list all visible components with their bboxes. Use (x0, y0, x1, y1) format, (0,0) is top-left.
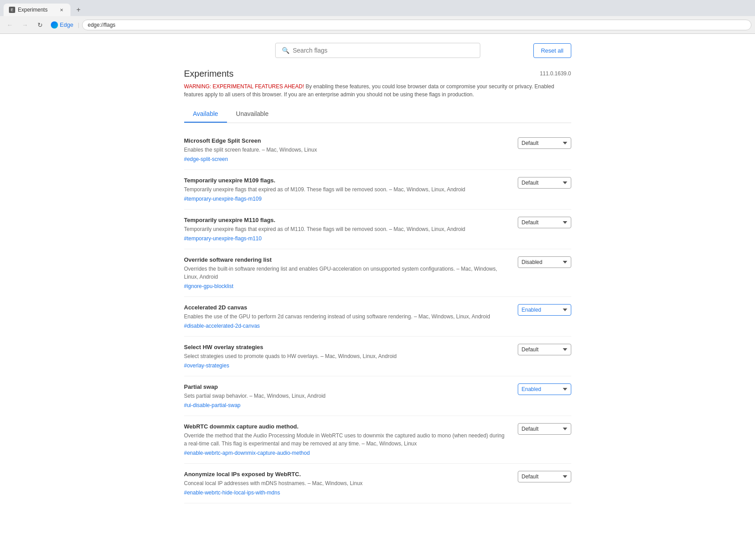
flag-anchor[interactable]: #enable-webrtc-hide-local-ips-with-mdns (184, 490, 280, 496)
flag-description: Override the method that the Audio Proce… (184, 432, 509, 448)
flag-select[interactable]: DefaultEnabledDisabled (518, 137, 571, 149)
flag-info: Temporarily unexpire M110 flags. Tempora… (184, 217, 509, 242)
flag-item: WebRTC downmix capture audio method. Ove… (184, 416, 571, 464)
flag-info: Accelerated 2D canvas Enables the use of… (184, 304, 509, 329)
flag-anchor[interactable]: #enable-webrtc-apm-downmix-capture-audio… (184, 450, 310, 456)
browser-chrome: E Experiments ✕ + ← → ↻ Edge | edge://fl… (0, 0, 755, 34)
flag-description: Temporarily unexpire flags that expired … (184, 225, 509, 233)
back-button[interactable]: ← (4, 19, 16, 31)
flag-item: Anonymize local IPs exposed by WebRTC. C… (184, 464, 571, 503)
flag-info: WebRTC downmix capture audio method. Ove… (184, 423, 509, 456)
flag-description: Enables the split screen feature. – Mac,… (184, 146, 509, 154)
flag-name: Accelerated 2D canvas (184, 304, 509, 311)
tab-bar: E Experiments ✕ + (0, 0, 755, 16)
edge-logo-icon (51, 21, 58, 29)
flag-anchor[interactable]: #temporary-unexpire-flags-m110 (184, 235, 262, 242)
flag-select[interactable]: DefaultEnabledDisabled (518, 217, 571, 228)
flag-name: Temporarily unexpire M110 flags. (184, 217, 509, 223)
flag-select[interactable]: DefaultEnabledDisabled (518, 256, 571, 268)
flag-control: DefaultEnabledDisabled (518, 177, 571, 189)
flag-anchor[interactable]: #overlay-strategies (184, 362, 229, 369)
flag-control: DefaultEnabledDisabled (518, 304, 571, 316)
flag-item: Microsoft Edge Split Screen Enables the … (184, 130, 571, 170)
reset-all-button[interactable]: Reset all (533, 43, 571, 58)
flag-anchor[interactable]: #ignore-gpu-blocklist (184, 283, 234, 289)
flag-anchor[interactable]: #ui-disable-partial-swap (184, 402, 241, 408)
page-content: 🔍 Reset all Experiments 111.0.1639.0 WAR… (0, 34, 755, 560)
edge-name: Edge (60, 21, 73, 28)
address-text: edge://flags (88, 22, 116, 28)
flag-anchor[interactable]: #edge-split-screen (184, 156, 228, 162)
flag-description: Enables the use of the GPU to perform 2d… (184, 313, 509, 321)
flag-info: Partial swap Sets partial swap behavior.… (184, 383, 509, 408)
flag-name: Partial swap (184, 383, 509, 390)
tab-close-button[interactable]: ✕ (58, 6, 65, 13)
experiments-header: Experiments 111.0.1639.0 (184, 69, 571, 79)
flag-anchor[interactable]: #disable-accelerated-2d-canvas (184, 323, 260, 329)
flag-select[interactable]: DefaultEnabledDisabled (518, 304, 571, 316)
warning-text: WARNING: EXPERIMENTAL FEATURES AHEAD! By… (184, 82, 571, 99)
flag-item: Temporarily unexpire M110 flags. Tempora… (184, 210, 571, 249)
flag-name: WebRTC downmix capture audio method. (184, 423, 509, 430)
flag-info: Microsoft Edge Split Screen Enables the … (184, 137, 509, 162)
flag-control: DefaultEnabledDisabled (518, 423, 571, 435)
flag-control: DefaultEnabledDisabled (518, 256, 571, 268)
address-separator: | (78, 21, 79, 28)
flag-info: Anonymize local IPs exposed by WebRTC. C… (184, 471, 509, 496)
navigation-bar: ← → ↻ Edge | edge://flags (0, 16, 755, 34)
flag-control: DefaultEnabledDisabled (518, 217, 571, 228)
flag-item: Partial swap Sets partial swap behavior.… (184, 376, 571, 416)
tabs-bar: Available Unavailable (184, 106, 571, 123)
flag-description: Sets partial swap behavior. – Mac, Windo… (184, 392, 509, 400)
flag-select[interactable]: DefaultEnabledDisabled (518, 383, 571, 395)
flag-name: Anonymize local IPs exposed by WebRTC. (184, 471, 509, 478)
flag-item: Accelerated 2D canvas Enables the use of… (184, 297, 571, 337)
search-icon: 🔍 (282, 47, 289, 54)
flag-name: Microsoft Edge Split Screen (184, 137, 509, 144)
search-box[interactable]: 🔍 (275, 43, 480, 58)
flag-name: Select HW overlay strategies (184, 344, 509, 350)
flag-item: Override software rendering list Overrid… (184, 249, 571, 297)
flag-info: Temporarily unexpire M109 flags. Tempora… (184, 177, 509, 202)
flag-info: Select HW overlay strategies Select stra… (184, 344, 509, 369)
page-title: Experiments (184, 69, 234, 79)
edge-logo[interactable]: Edge (49, 21, 75, 29)
version-number: 111.0.1639.0 (540, 70, 571, 77)
flag-item: Temporarily unexpire M109 flags. Tempora… (184, 170, 571, 210)
tab-favicon: E (9, 7, 15, 13)
reload-button[interactable]: ↻ (34, 19, 46, 31)
flag-control: DefaultEnabledDisabled (518, 344, 571, 355)
flag-select[interactable]: DefaultEnabledDisabled (518, 344, 571, 355)
active-tab[interactable]: E Experiments ✕ (4, 4, 70, 16)
warning-label: WARNING: EXPERIMENTAL FEATURES AHEAD! (184, 83, 304, 90)
search-input[interactable] (293, 47, 474, 54)
flag-description: Overrides the built-in software renderin… (184, 265, 509, 281)
flag-control: DefaultEnabledDisabled (518, 471, 571, 482)
flag-name: Temporarily unexpire M109 flags. (184, 177, 509, 184)
experiments-container: Experiments 111.0.1639.0 WARNING: EXPERI… (177, 69, 578, 503)
flags-list: Microsoft Edge Split Screen Enables the … (184, 130, 571, 503)
flag-anchor[interactable]: #temporary-unexpire-flags-m109 (184, 196, 262, 202)
tab-unavailable[interactable]: Unavailable (227, 106, 277, 123)
flag-control: DefaultEnabledDisabled (518, 383, 571, 395)
flag-name: Override software rendering list (184, 256, 509, 263)
flag-select[interactable]: DefaultEnabledDisabled (518, 471, 571, 482)
flag-description: Conceal local IP addresses with mDNS hos… (184, 479, 509, 487)
flag-item: Select HW overlay strategies Select stra… (184, 337, 571, 376)
flag-info: Override software rendering list Overrid… (184, 256, 509, 289)
tab-available[interactable]: Available (184, 106, 227, 123)
flag-description: Temporarily unexpire flags that expired … (184, 185, 509, 194)
search-area: 🔍 Reset all (177, 43, 578, 58)
new-tab-button[interactable]: + (72, 4, 85, 16)
tab-title: Experiments (18, 7, 55, 13)
address-bar[interactable]: edge://flags (82, 20, 751, 30)
flag-select[interactable]: DefaultEnabledDisabled (518, 423, 571, 435)
flag-control: DefaultEnabledDisabled (518, 137, 571, 149)
flag-description: Select strategies used to promote quads … (184, 352, 509, 360)
forward-button[interactable]: → (19, 19, 31, 31)
flag-select[interactable]: DefaultEnabledDisabled (518, 177, 571, 189)
